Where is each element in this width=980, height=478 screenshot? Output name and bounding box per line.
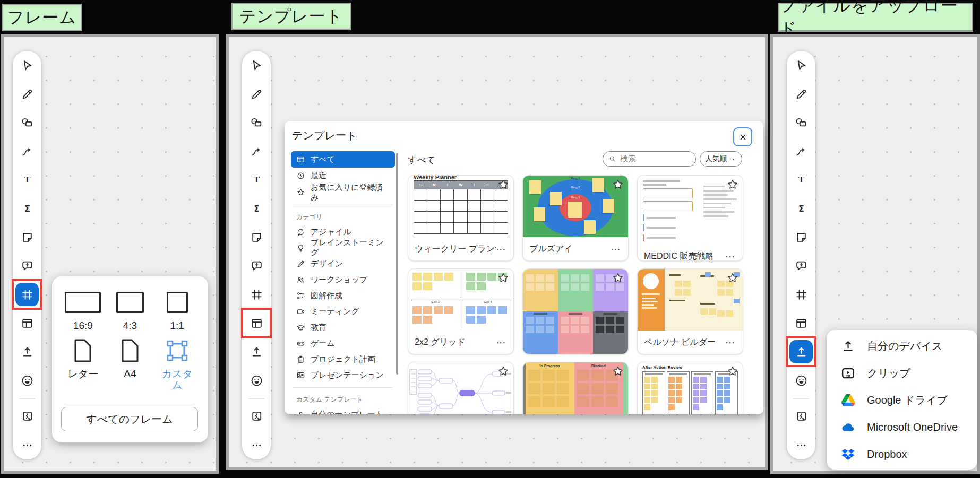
card-more-icon[interactable]: ⋯	[611, 243, 622, 255]
upload-tool[interactable]	[13, 337, 41, 366]
connector-tool[interactable]	[787, 137, 815, 166]
template-card-ウィークリー プランナー[interactable]: Weekly PlannerSMTWTFSウィークリー プランナー⋯	[408, 175, 514, 261]
sidebar-scrollbar[interactable]	[396, 153, 398, 375]
template-card[interactable]: ⋯	[408, 362, 514, 414]
shapes-tool[interactable]	[13, 108, 41, 137]
template-card-ブルズアイ[interactable]: Ring 3Ring 2Ring 1ブルズアイ⋯	[522, 175, 629, 261]
card-more-icon[interactable]: ⋯	[725, 250, 736, 262]
interactive-select-tool[interactable]	[787, 402, 815, 431]
toolbar-divider	[242, 395, 271, 402]
category-label: ワークショップ	[311, 275, 367, 285]
clock-icon	[296, 171, 305, 180]
sticky-note-tool[interactable]	[787, 223, 815, 251]
favorite-star-icon[interactable]	[726, 178, 739, 191]
card-more-icon[interactable]: ⋯	[496, 336, 507, 349]
template-tool[interactable]	[13, 309, 41, 337]
template-card-MEDDIC 販売戦略[interactable]: MEDDIC 販売戦略⋯	[637, 175, 743, 261]
all-frames-button[interactable]: すべてのフレーム	[61, 407, 198, 431]
upload-menu-item-クリップ[interactable]: クリップ	[827, 360, 977, 387]
interactive-select-tool[interactable]	[242, 402, 271, 431]
favorite-star-icon[interactable]	[612, 272, 624, 284]
template-card[interactable]: After Action Review⋯	[637, 362, 743, 414]
more-tools[interactable]	[13, 431, 41, 459]
select-tool[interactable]	[787, 51, 815, 80]
comment-tool[interactable]	[13, 251, 41, 280]
upload-menu-item-Microsoft OneDrive[interactable]: Microsoft OneDrive	[827, 414, 977, 441]
nav-最近[interactable]: 最近	[291, 168, 395, 184]
frame-option-4:3[interactable]: 4:3	[107, 287, 154, 331]
template-card-ハウ・メイ・ウイ・クエスチョン[interactable]: ハウ・メイ・ウイ・クエスチョン⋯	[522, 268, 629, 354]
upload-menu-label: Google ドライブ	[867, 393, 948, 407]
pen-tool[interactable]	[242, 80, 271, 108]
equation-tool[interactable]: Σ	[242, 194, 271, 223]
frame-tool[interactable]	[787, 280, 815, 309]
template-search-input[interactable]: 検索	[603, 151, 696, 167]
favorite-star-icon[interactable]	[612, 178, 624, 191]
select-tool[interactable]	[13, 51, 41, 80]
favorite-star-icon[interactable]	[726, 365, 739, 378]
toolbar-frame-panel: TΣ	[13, 51, 41, 459]
shapes-tool[interactable]	[242, 108, 271, 137]
nav-すべて[interactable]: すべて	[291, 151, 395, 168]
frame-option-レター[interactable]: レター	[59, 335, 107, 390]
category-デザイン[interactable]: デザイン	[291, 256, 395, 272]
pen-tool[interactable]	[13, 80, 41, 108]
more-tools[interactable]	[242, 431, 271, 459]
category-ブレインストーミング[interactable]: ブレインストーミング	[291, 240, 395, 256]
text-tool[interactable]: T	[242, 166, 271, 194]
category-図解作成[interactable]: 図解作成	[291, 288, 395, 303]
equation-tool[interactable]: Σ	[787, 194, 815, 223]
upload-menu-item-Google ドライブ[interactable]: Google ドライブ	[827, 387, 977, 414]
interactive-select-tool[interactable]	[13, 402, 41, 431]
comment-tool[interactable]	[787, 251, 815, 280]
emoji-tool[interactable]	[13, 366, 41, 395]
frame-option-A4[interactable]: A4	[107, 335, 154, 390]
custom-item-自分のテンプレート[interactable]: 自分のテンプレート	[291, 406, 395, 414]
card-more-icon[interactable]: ⋯	[496, 243, 507, 255]
more-tools[interactable]	[787, 431, 815, 459]
sticky-note-tool[interactable]	[242, 223, 271, 251]
nav-お気に入りに登録済み[interactable]: お気に入りに登録済み	[291, 184, 395, 201]
upload-menu-item-Dropbox[interactable]: Dropbox	[827, 441, 977, 468]
text-tool[interactable]: T	[787, 166, 815, 194]
category-ミーティング[interactable]: ミーティング	[291, 303, 395, 319]
frame-tool[interactable]	[13, 280, 41, 309]
favorite-star-icon[interactable]	[726, 272, 739, 284]
template-tool[interactable]	[242, 309, 271, 337]
favorite-star-icon[interactable]	[497, 365, 510, 378]
emoji-tool[interactable]	[242, 366, 271, 395]
frame-option-1:1[interactable]: 1:1	[153, 287, 201, 331]
pen-tool[interactable]	[787, 80, 815, 108]
template-tool[interactable]	[787, 309, 815, 337]
text-tool[interactable]: T	[13, 166, 41, 194]
shapes-tool[interactable]	[787, 108, 815, 137]
upload-tool[interactable]	[242, 337, 271, 366]
frame-option-カスタム[interactable]: カスタム	[153, 335, 201, 390]
template-card-ペルソナ ビルダー[interactable]: ペルソナ ビルダー⋯	[637, 268, 743, 354]
favorite-star-icon[interactable]	[497, 272, 510, 284]
template-card[interactable]: In ProgressBlocked⋯	[522, 362, 629, 414]
card-more-icon[interactable]: ⋯	[725, 336, 736, 349]
connector-tool[interactable]	[242, 137, 271, 166]
category-プレゼンテーション[interactable]: プレゼンテーション	[291, 367, 395, 383]
favorite-star-icon[interactable]	[497, 178, 510, 191]
category-プロジェクト計画[interactable]: プロジェクト計画	[291, 351, 395, 367]
category-ゲーム[interactable]: ゲーム	[291, 335, 395, 351]
frame-option-16:9[interactable]: 16:9	[59, 287, 107, 331]
sticky-note-tool[interactable]	[13, 223, 41, 251]
upload-menu-item-自分のデバイス[interactable]: 自分のデバイス	[827, 333, 977, 360]
emoji-tool[interactable]	[787, 366, 815, 395]
equation-tool[interactable]: Σ	[13, 194, 41, 223]
template-card-2x2 グリッド[interactable]: Cell 3Cell 42x2 グリッド⋯	[408, 268, 514, 354]
frame-tool[interactable]	[242, 280, 271, 309]
category-教育[interactable]: 教育	[291, 319, 395, 335]
favorite-star-icon[interactable]	[612, 365, 624, 378]
category-ワークショップ[interactable]: ワークショップ	[291, 272, 395, 288]
sort-dropdown[interactable]: 人気順	[700, 151, 742, 167]
connector-tool[interactable]	[13, 137, 41, 166]
comment-tool[interactable]	[242, 251, 271, 280]
upload-menu-label: 自分のデバイス	[867, 339, 942, 353]
upload-tool[interactable]	[787, 337, 815, 366]
close-button[interactable]	[733, 127, 752, 146]
select-tool[interactable]	[242, 51, 271, 80]
